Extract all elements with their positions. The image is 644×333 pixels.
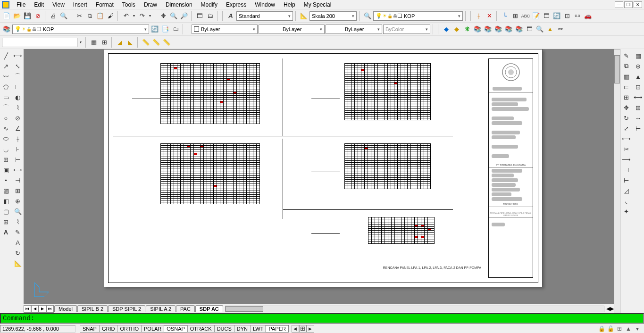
- status-toggle-grid[interactable]: GRID: [99, 325, 118, 333]
- undo-dropdown[interactable]: ▾: [132, 11, 136, 21]
- dim-arc-icon[interactable]: ⌒: [13, 72, 23, 81]
- color-combo[interactable]: ByLayer: [192, 25, 258, 34]
- status-menu-icon[interactable]: ▾: [634, 325, 641, 333]
- tool11-icon[interactable]: ▲: [545, 25, 555, 34]
- trim-icon[interactable]: ✂: [622, 144, 631, 154]
- layer-previous-icon[interactable]: 🔄: [150, 25, 159, 34]
- vertical-scrollbar[interactable]: [614, 49, 620, 313]
- polygon-icon[interactable]: ⬠: [1, 82, 11, 92]
- dim-style3-icon[interactable]: 📐: [13, 258, 23, 268]
- scroll-left[interactable]: ◀: [606, 306, 610, 312]
- copy-icon[interactable]: ⧉: [85, 11, 94, 21]
- layout-tab-sipil-b-2[interactable]: SIPIL B 2: [77, 305, 108, 312]
- r4-icon[interactable]: ⊡: [634, 82, 643, 92]
- menu-insert[interactable]: Insert: [69, 0, 92, 9]
- tool6-icon[interactable]: 📚: [493, 25, 503, 34]
- mirror-icon[interactable]: ▥: [622, 72, 631, 81]
- tool2-icon[interactable]: ◆: [452, 25, 461, 34]
- layout-tab-sipil-a-2[interactable]: SIPIL A 2: [146, 305, 176, 312]
- dim-style2-icon[interactable]: 🗔: [542, 11, 551, 21]
- dim-break-icon[interactable]: ⊣: [13, 175, 23, 185]
- dim-radius-icon[interactable]: ◐: [13, 92, 23, 102]
- dim-tolerance-icon[interactable]: 0.0: [573, 11, 582, 21]
- command-line[interactable]: Command:: [0, 313, 644, 324]
- array-icon[interactable]: ⊞: [622, 92, 631, 102]
- command-input[interactable]: [2, 38, 77, 47]
- text-style-icon[interactable]: A: [226, 11, 235, 21]
- grid-icon[interactable]: ▦: [89, 38, 99, 47]
- dim-linear-icon[interactable]: ⟊: [474, 11, 484, 21]
- tool3-icon[interactable]: ❋: [462, 25, 472, 34]
- tool1-icon[interactable]: ◆: [442, 25, 451, 34]
- layer-iso-icon[interactable]: 📑: [160, 25, 170, 34]
- status-arrow-left[interactable]: ◀: [292, 325, 299, 333]
- gradient-icon[interactable]: ◧: [1, 196, 11, 206]
- jogged-linear-icon[interactable]: ⌇: [13, 217, 23, 226]
- menu-window[interactable]: Window: [251, 0, 279, 9]
- layout-tab-sdp-ac[interactable]: SDP AC: [195, 305, 223, 312]
- point-icon[interactable]: •: [1, 175, 11, 185]
- dim-edit2-icon[interactable]: ✎: [13, 227, 23, 237]
- dim-jogged-icon[interactable]: ⌇: [13, 103, 23, 112]
- dim-quick-icon[interactable]: ⟊: [13, 134, 23, 143]
- r6-icon[interactable]: ⊞: [634, 103, 643, 112]
- new-icon[interactable]: 📄: [2, 11, 11, 21]
- osnap2-icon[interactable]: ◣: [125, 38, 135, 47]
- layer-filter-combo[interactable]: 💡☀🔓🖶 KOP: [373, 11, 463, 21]
- cut-icon[interactable]: ✂: [75, 11, 84, 21]
- close-button[interactable]: ✕: [634, 1, 642, 8]
- hatch-icon[interactable]: ▨: [1, 186, 11, 195]
- dim-ordinate-icon[interactable]: ⊞: [510, 11, 520, 21]
- status-toggle-otrack[interactable]: OTRACK: [187, 325, 215, 333]
- dim-linear2-icon[interactable]: ⟷: [13, 51, 23, 60]
- scale-icon[interactable]: ⤢: [622, 124, 631, 133]
- menu-file[interactable]: File: [12, 0, 30, 9]
- tolerance-icon[interactable]: ⊞: [13, 186, 23, 195]
- redo-icon[interactable]: ↷: [137, 11, 147, 21]
- tool8-icon[interactable]: 📚: [514, 25, 524, 34]
- r7-icon[interactable]: ↔: [634, 113, 643, 123]
- line-icon[interactable]: ╱: [1, 51, 11, 60]
- paper-space-viewport[interactable]: RENCANA PANEL LPA-1, LPA-2, LPA-3, PACA-…: [24, 49, 614, 304]
- tab-next[interactable]: ▶: [39, 305, 46, 313]
- menu-myspecial[interactable]: My Special: [300, 0, 336, 9]
- preview-icon[interactable]: 🔍: [59, 11, 68, 21]
- snap-icon[interactable]: ⊞: [100, 38, 109, 47]
- dim-ordinate2-icon[interactable]: ⊢: [13, 82, 23, 92]
- matchprop-icon[interactable]: 🖌: [106, 11, 115, 21]
- join-icon[interactable]: ⊢: [622, 175, 631, 185]
- dim-text-icon[interactable]: ABC: [521, 11, 530, 21]
- block-icon[interactable]: ▣: [1, 165, 11, 175]
- layer-state-icon[interactable]: 🗂: [171, 25, 180, 34]
- stretch-icon[interactable]: ⟷: [622, 134, 631, 143]
- table-icon[interactable]: ⊞: [1, 217, 11, 226]
- menu-format[interactable]: Format: [92, 0, 118, 9]
- dim-override-icon[interactable]: ⊡: [562, 11, 572, 21]
- pan-icon[interactable]: ✥: [159, 11, 168, 21]
- menu-view[interactable]: View: [48, 0, 69, 9]
- tool12-icon[interactable]: ✏: [556, 25, 565, 34]
- status-toggle-lwt[interactable]: LWT: [250, 325, 266, 333]
- extend-icon[interactable]: ⟶: [622, 155, 631, 164]
- menu-edit[interactable]: Edit: [30, 0, 48, 9]
- status-toggle-paper[interactable]: PAPER: [266, 325, 288, 333]
- restore-button[interactable]: ❐: [624, 1, 633, 8]
- save-icon[interactable]: 💾: [23, 11, 32, 21]
- chamfer-icon[interactable]: ◿: [622, 186, 631, 195]
- circle-icon[interactable]: ○: [1, 113, 11, 123]
- tool9-icon[interactable]: 🗔: [525, 25, 534, 34]
- dim-baseline-icon[interactable]: ⊦: [13, 144, 23, 154]
- zoom-out-icon[interactable]: 🔎: [179, 11, 189, 21]
- menu-tools[interactable]: Tools: [118, 0, 140, 9]
- ellipse-icon[interactable]: ⬭: [1, 134, 11, 143]
- lineweight-combo[interactable]: ByLayer: [326, 25, 382, 34]
- dim-style-icon[interactable]: 📐: [299, 11, 309, 21]
- linetype-combo[interactable]: ByLayer: [259, 25, 325, 34]
- insert-icon[interactable]: ⊞: [1, 155, 11, 164]
- center-mark-icon[interactable]: ⊕: [13, 196, 23, 206]
- pline-icon[interactable]: 〰: [1, 72, 11, 81]
- text-style-combo[interactable]: Standard: [236, 11, 293, 21]
- arc-icon[interactable]: ⌒: [1, 103, 11, 112]
- osnap1-icon[interactable]: ◢: [115, 38, 125, 47]
- status-toggle-snap[interactable]: SNAP: [80, 325, 100, 333]
